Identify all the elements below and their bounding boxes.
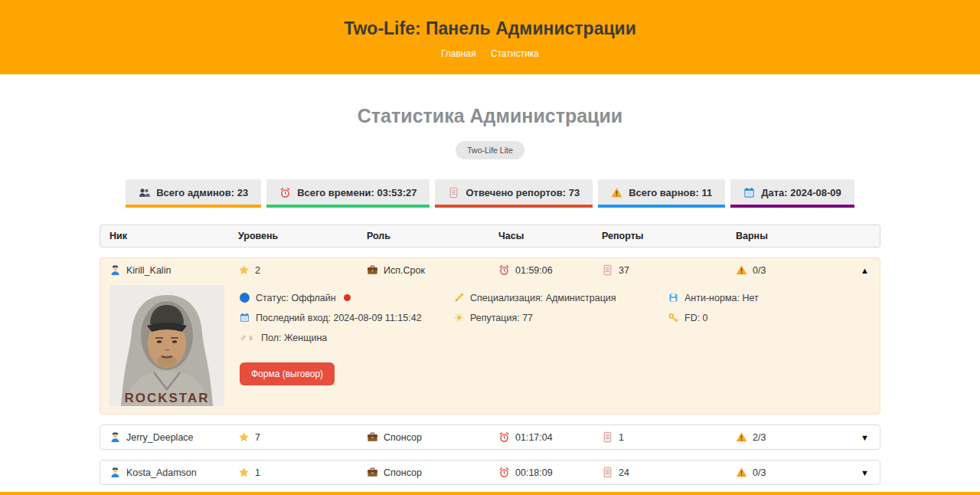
anti-norma-line: Анти-норма: Нет [668, 292, 871, 303]
stat-card-reports: Отвечено репортов: 73 [435, 179, 593, 208]
details-col-2: Специализация: Администрация Репутация: … [454, 292, 668, 406]
col-header-role: Роль [367, 231, 498, 241]
nick-value: Jerry_Deeplace [126, 432, 194, 443]
status-text: Статус: Оффлайн [256, 293, 336, 303]
fd-line: FD: 0 [668, 312, 871, 323]
alarm-clock-icon [498, 431, 510, 443]
table-row[interactable]: Jerry_Deeplace 7 Спонсор 01:17:04 1 [100, 425, 880, 449]
warning-icon [611, 187, 622, 198]
briefcase-icon [367, 264, 378, 276]
warns-value: 0/3 [753, 265, 766, 276]
gender-icon: ♂♀ [240, 333, 255, 343]
main-content: Статистика Администрации Two-Life Lite В… [0, 105, 980, 495]
calendar-icon [743, 187, 755, 198]
role-value: Спонсор [384, 467, 422, 478]
stat-label: Отвечено репортов: 73 [466, 187, 580, 198]
briefcase-icon [367, 431, 378, 443]
hours-cell: 01:59:06 [498, 264, 602, 276]
level-value: 2 [255, 265, 260, 276]
officer-icon [109, 264, 121, 276]
level-cell: 7 [238, 431, 367, 443]
warns-value: 2/3 [753, 432, 766, 443]
admin-row-expanded: Kirill_Kalin 2 Исп.Срок 01:59:06 37 [100, 257, 880, 415]
last-login-line: Последний вход: 2024-08-09 11:15:42 [240, 312, 454, 323]
hours-value: 01:59:06 [515, 265, 553, 276]
col-header-reports: Репорты [602, 231, 736, 241]
expand-caret-icon[interactable]: ▼ [861, 433, 871, 442]
stat-card-admins: Всего админов: 23 [126, 179, 261, 208]
col-header-warns: Варны [736, 231, 851, 241]
warns-cell: 0/3 [736, 467, 851, 478]
role-cell: Исп.Срок [367, 264, 498, 276]
alarm-clock-icon [498, 264, 510, 276]
stats-row: Всего админов: 23 Всего времени: 03:53:2… [0, 179, 980, 208]
lite-badge: Two-Life Lite [456, 141, 524, 159]
officer-icon [109, 467, 121, 478]
stat-label: Дата: 2024-08-09 [761, 187, 841, 198]
stat-label: Всего времени: 03:53:27 [297, 187, 416, 198]
report-icon [448, 187, 459, 198]
alarm-clock-icon [498, 467, 510, 478]
warns-value: 0/3 [753, 467, 766, 478]
specialization-line: Специализация: Администрация [454, 292, 668, 303]
reports-value: 37 [619, 265, 629, 276]
reports-value: 1 [619, 432, 624, 443]
star-icon [238, 264, 250, 276]
warns-cell: 2/3 [736, 431, 851, 443]
report-icon [602, 467, 613, 478]
collapse-caret-icon[interactable]: ▲ [861, 266, 871, 275]
admin-row: Jerry_Deeplace 7 Спонсор 01:17:04 1 [100, 425, 880, 450]
expanded-details: Статус: Оффлайн Последний вход: 2024-08-… [100, 282, 880, 414]
report-icon [602, 264, 613, 276]
nick-cell: Kosta_Adamson [109, 467, 238, 478]
save-icon [668, 293, 678, 303]
avatar-image [109, 285, 224, 406]
details-grid: Статус: Оффлайн Последний вход: 2024-08-… [240, 285, 871, 406]
page-title: Статистика Администрации [0, 105, 980, 127]
briefcase-icon [367, 467, 378, 478]
calendar-icon [240, 313, 250, 323]
table-row[interactable]: Kirill_Kalin 2 Исп.Срок 01:59:06 37 [100, 258, 880, 282]
admin-row: Kosta_Adamson 1 Спонсор 00:18:09 24 [100, 460, 880, 485]
nav-link-home[interactable]: Главная [441, 48, 476, 59]
warning-icon [736, 431, 747, 443]
admins-icon [139, 187, 150, 198]
badge-row: Two-Life Lite [0, 141, 980, 159]
level-value: 1 [255, 467, 260, 478]
specialization-text: Специализация: Администрация [470, 293, 616, 303]
reports-cell: 1 [602, 431, 736, 443]
expand-caret-icon[interactable]: ▼ [861, 468, 871, 477]
hours-value: 01:17:04 [515, 432, 553, 443]
role-value: Спонсор [384, 432, 422, 443]
warns-cell: 0/3 [736, 264, 851, 276]
key-icon [668, 313, 678, 323]
col-header-hours: Часы [498, 231, 602, 241]
hours-cell: 01:17:04 [498, 431, 602, 443]
details-col-3: Анти-норма: Нет FD: 0 [668, 292, 871, 406]
app-title: Two-Life: Панель Администрации [0, 0, 980, 39]
officer-icon [109, 431, 121, 443]
nick-cell: Jerry_Deeplace [109, 431, 238, 443]
nick-cell: Kirill_Kalin [109, 264, 238, 276]
pencil-icon [454, 293, 464, 303]
star-icon [238, 467, 250, 478]
col-header-nick: Ник [109, 231, 238, 241]
table-header-row: Ник Уровень Роль Часы Репорты Варны [100, 225, 880, 248]
reputation-text: Репутация: 77 [470, 313, 533, 323]
table-row[interactable]: Kosta_Adamson 1 Спонсор 00:18:09 24 [100, 461, 880, 484]
hours-cell: 00:18:09 [498, 467, 602, 478]
star-icon [238, 431, 250, 443]
avatar [109, 285, 224, 406]
reprimand-form-button[interactable]: Форма (выговор) [240, 362, 335, 385]
col-header-level: Уровень [238, 231, 367, 241]
role-cell: Спонсор [367, 467, 498, 478]
sun-icon [454, 313, 464, 323]
nav-link-stats[interactable]: Статистика [491, 48, 539, 59]
stat-card-time: Всего времени: 03:53:27 [266, 179, 430, 208]
reports-value: 24 [619, 467, 629, 478]
status-circle-icon [240, 293, 250, 303]
details-col-1: Статус: Оффлайн Последний вход: 2024-08-… [240, 292, 454, 406]
report-icon [602, 431, 613, 443]
warning-icon [736, 264, 747, 276]
fd-text: FD: 0 [684, 313, 708, 323]
